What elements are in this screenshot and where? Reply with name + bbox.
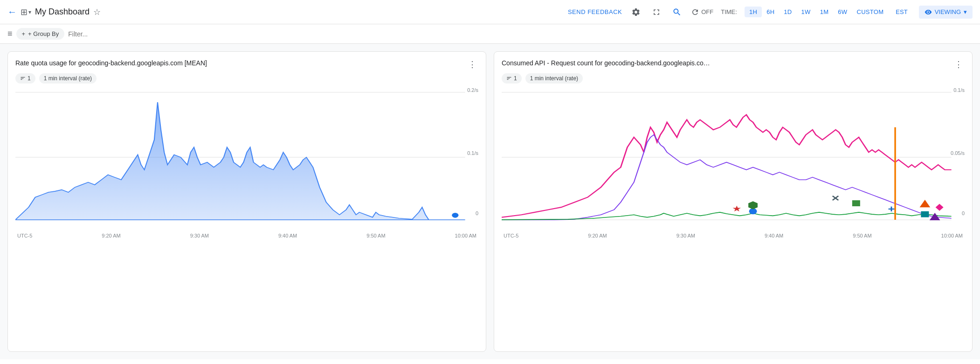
search-button[interactable] xyxy=(670,6,683,19)
group-by-label: + Group By xyxy=(28,30,59,37)
viewing-dropdown-icon: ▾ xyxy=(964,8,967,15)
time-btn-1w[interactable]: 1W xyxy=(797,7,815,17)
menu-icon[interactable]: ≡ xyxy=(7,29,13,39)
y-axis-top-1: 0.2/s xyxy=(467,87,478,93)
auto-refresh-control[interactable]: OFF xyxy=(691,8,713,16)
svg-point-3 xyxy=(452,213,458,218)
chart-card-2: Consumed API - Request count for geocodi… xyxy=(494,51,973,352)
viewing-label: VIEWING xyxy=(935,8,961,15)
svg-marker-10 xyxy=(748,201,758,209)
x-axis-labels-2: UTC-5 9:20 AM 9:30 AM 9:40 AM 9:50 AM 10… xyxy=(502,233,965,238)
y-axis-bottom-1: 0 xyxy=(476,210,478,216)
chart-more-button-2[interactable]: ⋮ xyxy=(952,59,965,70)
x-label-920-2: 9:20 AM xyxy=(588,233,607,238)
chart-svg-1 xyxy=(15,87,478,227)
chart-more-button-1[interactable]: ⋮ xyxy=(466,59,478,70)
x-label-utc-2: UTC-5 xyxy=(504,233,518,238)
main-content: Rate quota usage for geocoding-backend.g… xyxy=(0,44,980,359)
settings-button[interactable] xyxy=(629,6,642,19)
time-label: TIME: xyxy=(721,8,737,15)
x-label-940: 9:40 AM xyxy=(278,233,297,238)
filter-bar: ≡ + + Group By xyxy=(0,24,980,44)
viewing-button[interactable]: VIEWING ▾ xyxy=(919,6,973,19)
dashboard-title: My Dashboard xyxy=(35,7,90,17)
x-label-utc: UTC-5 xyxy=(17,233,32,238)
dashboard-icon-btn[interactable]: ⊞ ▾ xyxy=(21,7,31,17)
interval-btn-2[interactable]: 1 min interval (rate) xyxy=(525,73,583,84)
timezone-button[interactable]: EST xyxy=(896,8,907,15)
chart-svg-2: ★ ✕ + xyxy=(502,87,965,227)
x-axis-labels-1: UTC-5 9:20 AM 9:30 AM 9:40 AM 9:50 AM 10… xyxy=(15,233,478,238)
svg-rect-12 xyxy=(852,200,860,206)
svg-rect-16 xyxy=(921,211,929,217)
x-label-920: 9:20 AM xyxy=(102,233,120,238)
fullscreen-button[interactable] xyxy=(650,6,663,19)
back-button[interactable]: ← xyxy=(7,7,17,17)
time-btn-6h[interactable]: 6H xyxy=(762,7,779,17)
star-icon[interactable]: ☆ xyxy=(93,7,101,17)
svg-text:★: ★ xyxy=(732,204,741,213)
header-center: SEND FEEDBACK OFF TIME: 1H 6H 1D 1W 1M 6… xyxy=(568,6,973,19)
grid-icon: ⊞ xyxy=(21,7,28,17)
main-header: ← ⊞ ▾ My Dashboard ☆ SEND FEEDBACK OFF T… xyxy=(0,0,980,24)
y-axis-bottom-2: 0 xyxy=(962,210,965,216)
svg-text:+: + xyxy=(888,204,895,214)
filter-input[interactable] xyxy=(68,30,973,38)
time-btn-1d[interactable]: 1D xyxy=(779,7,796,17)
chart-card-1: Rate quota usage for geocoding-backend.g… xyxy=(7,51,486,352)
x-label-930-2: 9:30 AM xyxy=(676,233,695,238)
filter-count-1: 1 xyxy=(28,75,31,82)
chart-area-2: 0.1/s 0.05/s 0 ★ xyxy=(502,87,965,227)
filter-count-2: 1 xyxy=(514,75,517,82)
interval-btn-1[interactable]: 1 min interval (rate) xyxy=(39,73,97,84)
x-label-930: 9:30 AM xyxy=(190,233,209,238)
x-label-950: 9:50 AM xyxy=(366,233,385,238)
y-axis-mid-1: 0.1/s xyxy=(467,150,478,156)
plus-icon: + xyxy=(22,30,26,37)
svg-text:✕: ✕ xyxy=(831,194,840,203)
svg-marker-15 xyxy=(936,204,944,211)
chart-controls-1: 1 1 min interval (rate) xyxy=(15,73,478,84)
y-axis-top-2: 0.1/s xyxy=(953,87,965,93)
dropdown-icon-small: ▾ xyxy=(28,9,31,15)
chart-title-2: Consumed API - Request count for geocodi… xyxy=(502,59,952,67)
group-by-button[interactable]: + + Group By xyxy=(16,28,65,40)
chart-header-1: Rate quota usage for geocoding-backend.g… xyxy=(15,59,478,70)
x-label-1000-2: 10:00 AM xyxy=(941,233,963,238)
y-axis-mid-2: 0.05/s xyxy=(951,150,965,156)
filter-count-btn-1[interactable]: 1 xyxy=(15,73,35,84)
time-btn-6w[interactable]: 6W xyxy=(833,7,852,17)
time-btn-1h[interactable]: 1H xyxy=(745,7,762,17)
filter-count-btn-2[interactable]: 1 xyxy=(502,73,522,84)
send-feedback-button[interactable]: SEND FEEDBACK xyxy=(568,8,622,15)
time-options: 1H 6H 1D 1W 1M 6W CUSTOM xyxy=(745,7,888,17)
svg-marker-14 xyxy=(920,200,931,207)
header-left: ← ⊞ ▾ My Dashboard ☆ xyxy=(7,7,564,17)
time-btn-custom[interactable]: CUSTOM xyxy=(852,7,888,17)
chart-area-1: 0.2/s 0.1/s 0 xyxy=(15,87,478,227)
auto-refresh-status: OFF xyxy=(701,8,713,15)
x-label-1000: 10:00 AM xyxy=(455,233,476,238)
time-btn-1m[interactable]: 1M xyxy=(815,7,834,17)
chart-controls-2: 1 1 min interval (rate) xyxy=(502,73,965,84)
x-label-940-2: 9:40 AM xyxy=(765,233,783,238)
chart-title-1: Rate quota usage for geocoding-backend.g… xyxy=(15,59,466,67)
x-label-950-2: 9:50 AM xyxy=(853,233,871,238)
chart-header-2: Consumed API - Request count for geocodi… xyxy=(502,59,965,70)
